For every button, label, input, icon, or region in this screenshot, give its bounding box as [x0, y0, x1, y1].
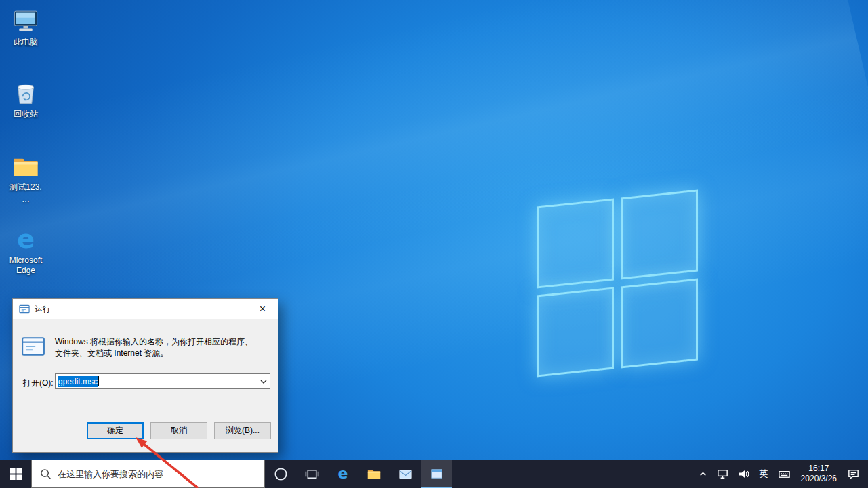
search-input[interactable] — [58, 460, 264, 487]
windows-logo-graphic — [537, 189, 698, 377]
open-label: 打开(O): — [23, 378, 54, 389]
start-button[interactable] — [0, 460, 31, 488]
browse-button[interactable]: 浏览(B)... — [214, 422, 271, 439]
run-dialog: 运行 × Windows 将根据你输入的名称，为你打开相应的程序、 文件夹、文档… — [12, 298, 278, 453]
mail-icon — [398, 467, 413, 481]
system-tray: 英 16:17 2020/3/26 — [694, 460, 868, 488]
windows-logo-pane — [621, 189, 698, 279]
windows-start-icon — [10, 468, 22, 480]
desktop-icon-label: Microsoft Edge — [1, 256, 50, 276]
desktop-icon-this-pc[interactable]: 此电脑 — [0, 7, 51, 47]
action-center-icon[interactable] — [843, 460, 868, 488]
ok-button[interactable]: 确定 — [87, 422, 144, 439]
svg-text:e: e — [338, 466, 348, 482]
desktop-icon-label: 回收站 — [14, 109, 38, 119]
open-input[interactable]: gpedit.msc — [55, 373, 270, 389]
edge-icon: e — [335, 466, 351, 482]
windows-logo-pane — [621, 278, 698, 368]
cortana-icon — [274, 467, 288, 481]
cancel-button[interactable]: 取消 — [150, 422, 207, 439]
edge-icon: e — [12, 225, 40, 253]
taskbar-search-box[interactable] — [31, 460, 265, 488]
clock-date: 2020/3/26 — [801, 474, 837, 484]
desktop-icon-label: 测试123. — [9, 182, 41, 192]
desktop-wallpaper: 此电脑 回收站 测试123. … e Microsoft Edge — [0, 0, 868, 488]
svg-text:e: e — [17, 225, 35, 253]
desktop-icon-recycle-bin[interactable]: 回收站 — [0, 79, 51, 119]
this-pc-icon — [12, 7, 40, 35]
clock-time: 16:17 — [801, 464, 837, 474]
file-explorer-icon — [367, 466, 381, 481]
search-icon — [40, 468, 51, 480]
taskbar-cortana-button[interactable] — [265, 460, 296, 488]
folder-icon — [12, 152, 40, 180]
taskbar-mail-button[interactable] — [390, 460, 421, 488]
ime-language-indicator[interactable]: 英 — [754, 460, 774, 488]
windows-logo-pane — [537, 287, 614, 378]
desktop-icon-label-overflow: … — [22, 195, 30, 205]
run-dialog-titlebar: 运行 × — [13, 299, 278, 319]
open-input-text: gpedit.msc — [56, 376, 257, 387]
taskbar-spacer — [452, 460, 694, 488]
run-dialog-description-line1: Windows 将根据你输入的名称，为你打开相应的程序、 — [55, 336, 273, 348]
run-dialog-icon — [19, 304, 30, 314]
windows-logo-pane — [537, 199, 614, 289]
taskbar-edge-button[interactable]: e — [327, 460, 358, 488]
taskbar-active-window-button[interactable] — [421, 460, 452, 488]
desktop-icon-label: 此电脑 — [14, 37, 38, 47]
open-input-selected-text: gpedit.msc — [58, 376, 98, 387]
window-icon — [430, 467, 444, 481]
chevron-down-icon[interactable] — [257, 374, 270, 388]
volume-icon[interactable] — [733, 460, 754, 488]
recycle-bin-icon — [12, 79, 40, 107]
run-dialog-description: Windows 将根据你输入的名称，为你打开相应的程序、 文件夹、文档或 Int… — [55, 336, 273, 359]
text-caret — [98, 376, 99, 386]
desktop-icon-folder-test123[interactable]: 测试123. … — [0, 152, 51, 205]
run-dialog-description-line2: 文件夹、文档或 Internet 资源。 — [55, 348, 273, 359]
close-icon[interactable]: × — [247, 299, 278, 319]
taskbar-task-view-button[interactable] — [296, 460, 327, 488]
network-icon[interactable] — [712, 460, 733, 488]
taskbar-file-explorer-button[interactable] — [358, 460, 390, 488]
run-icon — [21, 334, 45, 359]
task-view-icon — [305, 467, 319, 481]
run-dialog-title: 运行 — [35, 304, 51, 315]
tray-chevron-up-icon[interactable] — [694, 460, 712, 488]
desktop-icon-microsoft-edge[interactable]: e Microsoft Edge — [0, 225, 51, 276]
touch-keyboard-icon[interactable] — [774, 460, 795, 488]
taskbar: e — [0, 460, 868, 488]
taskbar-clock[interactable]: 16:17 2020/3/26 — [795, 464, 843, 484]
